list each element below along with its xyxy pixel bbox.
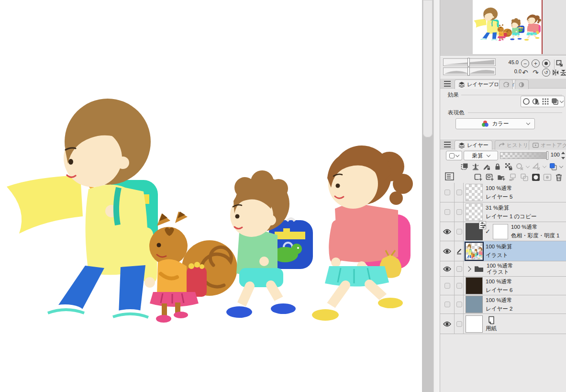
layer-row-content[interactable]: 用紙 [464, 314, 566, 334]
tab-layer[interactable]: レイヤー [455, 140, 492, 150]
layer-visibility-empty[interactable] [440, 183, 455, 202]
rotate-left-button[interactable]: ↶ [521, 68, 529, 77]
layer-thumbnail-solid[interactable] [466, 296, 483, 313]
rotate-right-button[interactable]: ↷ [532, 68, 540, 77]
layer-checkbox[interactable] [456, 190, 462, 195]
opacity-slider[interactable] [500, 152, 548, 159]
tab-auto-action[interactable]: オートアクション [529, 140, 566, 150]
enable-mask-chevron-icon[interactable] [526, 164, 530, 168]
layer-row[interactable]: 100 %通常イラスト [440, 261, 566, 277]
fit-to-screen-button[interactable] [555, 59, 564, 67]
layer-checkbox-cell[interactable] [455, 295, 464, 314]
zoom-out-button[interactable]: − [521, 59, 529, 67]
palette-color-button[interactable] [446, 151, 462, 160]
zoom-slider-handle[interactable] [467, 58, 470, 67]
layer-checkbox-cell[interactable] [455, 222, 464, 241]
adjustment-layer-thumbnail[interactable] [466, 223, 483, 240]
layer-row-content[interactable]: 31 %乗算レイヤー 1 のコピー [464, 202, 566, 222]
layer-thumbnail-illustration[interactable] [466, 243, 483, 260]
layer-checkbox[interactable] [456, 321, 462, 327]
layer-row[interactable]: 100 %通常レイヤー 6 [440, 277, 566, 295]
layer-row[interactable]: 100 %乗算イラスト [440, 241, 566, 261]
clip-to-layer-below-icon[interactable] [460, 162, 469, 171]
layer-checkbox-cell[interactable] [455, 277, 464, 295]
layer-visibility-empty[interactable] [440, 295, 455, 314]
layer-visibility-eye[interactable] [440, 261, 455, 276]
rotate-slider-handle[interactable] [467, 67, 470, 76]
layer-editing-pen-cell[interactable] [455, 241, 464, 261]
layer-thumbnail-transparent[interactable] [466, 203, 483, 221]
layer-row[interactable]: ✓100 %通常色相・彩度・明度 1 [440, 222, 566, 241]
apply-mask-icon-disabled[interactable] [543, 173, 552, 181]
layer-row[interactable]: 100 %通常レイヤー 2 [440, 295, 566, 314]
enable-mask-icon-disabled[interactable] [515, 162, 524, 171]
new-raster-layer-icon[interactable] [474, 173, 483, 181]
lock-transparent-pixels-icon[interactable] [504, 162, 513, 171]
layer-visibility-eye[interactable] [440, 241, 455, 261]
layer-checkbox[interactable] [456, 283, 462, 289]
tab-tone[interactable] [515, 79, 529, 89]
layer-row[interactable]: 100 %通常レイヤー 5 [440, 183, 566, 202]
merge-with-lower-layer-icon-disabled[interactable] [520, 173, 529, 181]
panel-splitter[interactable] [433, 0, 440, 392]
rotate-slider[interactable] [443, 67, 496, 75]
opacity-spinner[interactable] [561, 152, 565, 159]
navigator-page-thumbnail[interactable] [473, 0, 543, 54]
layer-row-content[interactable]: 100 %通常イラスト [464, 261, 566, 276]
zoom-in-button[interactable]: + [532, 59, 540, 67]
blend-mode-dropdown[interactable]: 乗算 [464, 151, 498, 160]
new-vector-layer-icon[interactable] [486, 173, 494, 181]
reference-layer-icon[interactable] [471, 162, 480, 171]
canvas-vertical-scrollbar[interactable] [422, 0, 433, 392]
layer-visibility-eye[interactable] [440, 314, 455, 334]
layer-row[interactable]: 用紙 [440, 314, 566, 334]
draft-layer-icon[interactable] [482, 162, 491, 171]
layer-row-content[interactable]: 100 %通常レイヤー 2 [464, 295, 566, 314]
layer-checkbox-cell[interactable] [455, 202, 464, 222]
new-folder-icon[interactable] [497, 173, 506, 181]
opacity-slider-handle[interactable] [546, 151, 548, 160]
layer-row-content[interactable]: 100 %通常レイヤー 5 [464, 183, 566, 202]
layer-visibility-empty[interactable] [440, 202, 455, 222]
layer-thumbnail-transparent[interactable] [466, 184, 483, 201]
border-effect-icon[interactable] [522, 97, 531, 106]
zoom-slider[interactable] [443, 58, 496, 66]
layer-checkbox[interactable] [456, 266, 462, 272]
layer-visibility-empty[interactable] [440, 277, 455, 295]
paper-layer-thumbnail[interactable] [466, 315, 483, 333]
layer-checkbox[interactable] [456, 229, 462, 235]
canvas-document[interactable] [0, 0, 422, 392]
effect-more-chevron-icon[interactable] [560, 99, 564, 102]
delete-layer-icon[interactable] [555, 173, 563, 181]
flip-horizontal-button[interactable] [552, 68, 560, 77]
spinner-down-icon[interactable] [561, 157, 565, 159]
panel-menu-icon[interactable] [444, 142, 451, 147]
reset-rotation-button[interactable]: ↺ [542, 68, 550, 77]
layer-color-chevron-icon[interactable] [559, 164, 563, 168]
lock-layer-icon[interactable] [493, 162, 502, 171]
navigator-preview-area[interactable] [440, 0, 566, 56]
ruler-snap-icon-disabled[interactable] [532, 162, 541, 171]
layer-row-content[interactable]: 100 %通常レイヤー 6 [464, 277, 566, 295]
panel-menu-icon[interactable] [444, 81, 451, 87]
scrollbar-thumb[interactable] [423, 0, 433, 137]
spinner-up-icon[interactable] [561, 152, 565, 154]
layer-list-empty-area[interactable] [440, 338, 566, 392]
layer-checkbox[interactable] [456, 302, 462, 307]
layer-color-effect-icon[interactable] [551, 97, 559, 106]
layer-row-content[interactable]: 100 %乗算イラスト [464, 241, 566, 261]
layer-color-icon[interactable] [549, 162, 557, 171]
tone-effect-icon[interactable] [532, 97, 540, 106]
layer-checkbox-cell[interactable] [455, 261, 464, 276]
zoom-actual-size-button[interactable] [542, 59, 550, 67]
flip-vertical-button[interactable] [559, 68, 566, 77]
adjustment-mask-thumbnail[interactable] [493, 224, 508, 239]
layer-thumbnail-solid[interactable] [466, 277, 483, 294]
folder-expand-chevron-icon[interactable] [466, 266, 471, 271]
tab-tool-property[interactable] [499, 79, 513, 89]
create-layer-mask-icon[interactable] [532, 173, 540, 181]
layer-row[interactable]: 31 %乗算レイヤー 1 のコピー [440, 202, 566, 222]
layer-row-content[interactable]: ✓100 %通常色相・彩度・明度 1 [464, 222, 566, 241]
layer-checkbox-cell[interactable] [455, 183, 464, 202]
layer-visibility-eye[interactable] [440, 222, 455, 241]
